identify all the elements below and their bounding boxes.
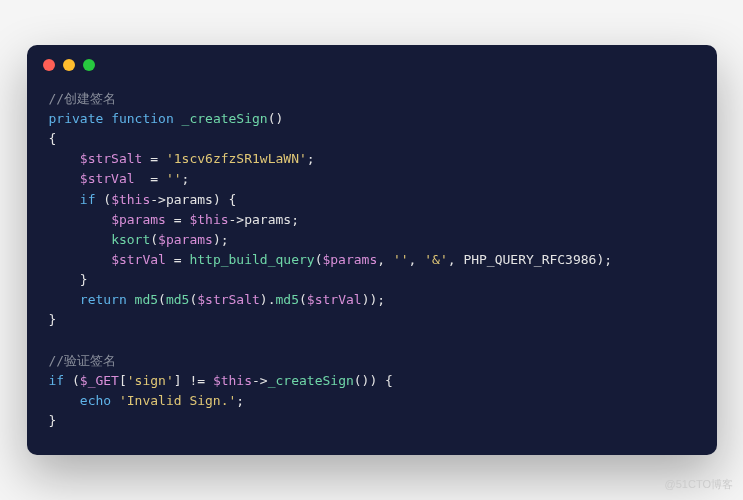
variable: $_GET	[80, 373, 119, 388]
keyword: private	[49, 111, 104, 126]
brace: {	[49, 131, 57, 146]
keyword: if	[80, 192, 96, 207]
builtin-fn: http_build_query	[189, 252, 314, 267]
code-window: //创建签名 private function _createSign() { …	[27, 45, 717, 455]
maximize-icon[interactable]	[83, 59, 95, 71]
window-titlebar	[27, 45, 717, 79]
variable: $strVal	[80, 171, 135, 186]
string: ''	[166, 171, 182, 186]
string: '1scv6zfzSR1wLaWN'	[166, 151, 307, 166]
minimize-icon[interactable]	[63, 59, 75, 71]
punct: ()	[268, 111, 284, 126]
comment-line: //创建签名	[49, 91, 117, 106]
variable: $params	[158, 232, 213, 247]
variable: $this	[111, 192, 150, 207]
keyword: function	[111, 111, 174, 126]
brace: }	[80, 272, 88, 287]
keyword: if	[49, 373, 65, 388]
function-name: _createSign	[182, 111, 268, 126]
builtin-fn: ksort	[111, 232, 150, 247]
variable: $params	[111, 212, 166, 227]
brace: }	[49, 312, 57, 327]
keyword: echo	[80, 393, 111, 408]
variable: $strVal	[111, 252, 166, 267]
brace: }	[49, 413, 57, 428]
keyword: return	[80, 292, 127, 307]
variable: $this	[189, 212, 228, 227]
comment-line: //验证签名	[49, 353, 117, 368]
code-block: //创建签名 private function _createSign() { …	[27, 79, 717, 455]
string: 'Invalid Sign.'	[119, 393, 236, 408]
watermark: @51CTO博客	[665, 477, 733, 492]
close-icon[interactable]	[43, 59, 55, 71]
variable: $strSalt	[80, 151, 143, 166]
constant: PHP_QUERY_RFC3986	[463, 252, 596, 267]
function-name: _createSign	[268, 373, 354, 388]
